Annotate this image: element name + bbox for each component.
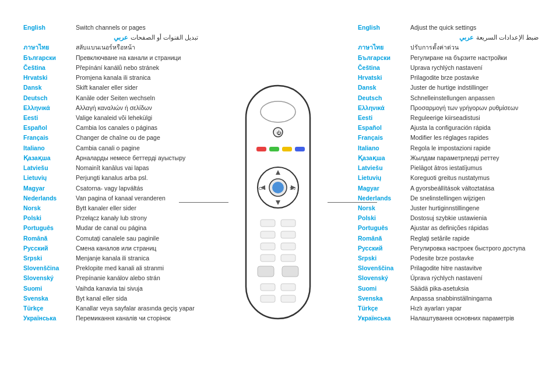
lang-entry: NederlandsDe snelinstellingen wijzigen <box>358 194 539 203</box>
lang-label: Українська <box>23 314 76 323</box>
lang-entry: DanskJuster de hurtige indstillinger <box>358 83 539 92</box>
lang-text: Valige kanaleid või lehekülgi <box>76 114 152 122</box>
lang-label: Русский <box>23 244 76 253</box>
lang-text-rtl: ضبط الإعدادات السريعة <box>476 33 539 42</box>
lang-entry: PortuguêsAjustar as definições rápidas <box>358 224 539 232</box>
svg-rect-26 <box>281 284 295 291</box>
lang-entry: SrpskiMenjanje kanala ili stranica <box>23 254 198 263</box>
lang-label: Română <box>358 234 410 243</box>
lang-text: Смена каналов или страниц <box>76 244 156 253</box>
lang-entry: عربيتبديل القنوات أو الصفحات <box>23 33 198 42</box>
lang-label: Slovenščina <box>358 264 410 273</box>
lang-entry: EnglishSwitch channels or pages <box>23 23 198 32</box>
lang-entry: ҚазақшаЖылдам параметрлерді реттеу <box>358 154 539 163</box>
lang-label: Čeština <box>358 63 410 72</box>
lang-text: Προσαρμογή των γρήγορων ρυθμίσεων <box>410 104 518 112</box>
lang-entry: DeutschKanäle oder Seiten wechseln <box>23 94 198 103</box>
lang-entry: SrpskiPodesite brze postavke <box>358 254 539 263</box>
svg-rect-21 <box>261 255 275 262</box>
lang-entry: БългарскиПревключване на канали и страни… <box>23 54 198 62</box>
lang-text: Podesite brze postavke <box>410 254 474 263</box>
lang-text: De snelinstellingen wijzigen <box>410 194 485 203</box>
lang-text: Αλλαγή καναλιών ή σελίδων <box>76 104 152 112</box>
lang-label: Português <box>358 224 410 232</box>
lang-text: Hızlı ayarları yapar <box>410 304 462 313</box>
remote-svg: CH- S/J <box>228 80 328 324</box>
lang-entry: SlovenskýÚprava rýchlych nastavení <box>358 274 539 282</box>
svg-rect-18 <box>281 231 295 238</box>
lang-text: Modifier les réglages rapides <box>410 133 488 142</box>
lang-entry: ภาษาไทยสลับแบนเนอร์หรือหน้า <box>23 43 198 52</box>
lang-entry: SlovenskýPrepínanie kanálov alebo strán <box>23 274 198 282</box>
lang-text: Uprava rychlých nastavení <box>410 63 483 72</box>
lang-text: Cambia canali o pagine <box>76 144 140 153</box>
lang-entry: РусскийСмена каналов или страниц <box>23 244 198 253</box>
lang-entry: ItalianoCambia canali o pagine <box>23 144 198 153</box>
lang-entry: RomânăComutați canalele sau paginile <box>23 234 198 243</box>
lang-label-rtl: عربي <box>459 33 474 42</box>
lang-entry: DeutschSchnelleinstellungen anpassen <box>358 94 539 103</box>
svg-rect-28 <box>281 295 295 302</box>
lang-entry: TürkçeHızlı ayarları yapar <box>358 304 539 313</box>
lang-text: Регулиране на бързите настройки <box>410 54 507 62</box>
lang-text: Prilagodite hitre nastavitve <box>410 264 482 273</box>
lang-label: Português <box>23 224 76 232</box>
lang-label: Italiano <box>23 144 76 153</box>
lang-label: Eesti <box>23 114 76 122</box>
lang-label: Svenska <box>23 294 76 303</box>
lang-text: Switch channels or pages <box>76 23 146 32</box>
lang-label: Español <box>23 123 76 132</box>
lang-entry: УкраїнськаПеремикання каналів чи сторіно… <box>23 314 198 323</box>
lang-entry: EestiValige kanaleid või lehekülgi <box>23 114 198 122</box>
lang-text: Schnelleinstellungen anpassen <box>410 94 495 103</box>
lang-entry: SlovenščinaPrilagodite hitre nastavitve <box>358 264 539 273</box>
lang-text: A gyorsbeállítások változtatása <box>410 184 494 193</box>
lang-text: Регулировка настроек быстрого доступа <box>410 244 525 253</box>
lang-label: Қазақша <box>358 154 410 163</box>
lang-text-rtl: تبديل القنوات أو الصفحات <box>131 33 198 42</box>
lang-text: Přepínání kanálů nebo stránek <box>76 63 159 72</box>
lang-text: Nomainīt kanālus vai lapas <box>76 164 149 172</box>
left-instructions: EnglishSwitch channels or pagesعربيتبديل… <box>12 23 198 380</box>
lang-label: Magyar <box>358 184 410 193</box>
lang-entry: SvenskaAnpassa snabbinställningarna <box>358 294 539 303</box>
lang-label: Polski <box>23 214 76 223</box>
lang-entry: SuomiVaihda kanavia tai sivuja <box>23 284 198 293</box>
lang-entry: ΕλληνικάΠροσαρμογή των γρήγορων ρυθμίσεω… <box>358 104 539 112</box>
lang-label: Suomi <box>358 284 410 293</box>
lang-label: Қазақша <box>23 154 76 163</box>
lang-label: Latviešu <box>23 164 76 172</box>
lang-label: Lietuvių <box>358 174 410 182</box>
lang-entry: DanskSkift kanaler eller sider <box>23 83 198 92</box>
lang-label: Norsk <box>23 204 76 213</box>
remote-container: CH- S/J <box>228 80 328 324</box>
lang-label: Slovenský <box>23 274 76 282</box>
lang-label: Deutsch <box>358 94 410 103</box>
lang-text: Налаштування основних параметрів <box>410 314 514 323</box>
lang-label: Svenska <box>358 294 410 303</box>
lang-text: Csatorna- vagy lapváltás <box>76 184 143 193</box>
lang-text: Perjungti kanalus arba psl. <box>76 174 148 182</box>
lang-label: Français <box>358 133 410 142</box>
lang-entry: NederlandsVan pagina of kanaal verandere… <box>23 194 198 203</box>
svg-rect-15 <box>261 220 275 227</box>
remote-image-section: CH- S/J <box>198 23 358 380</box>
lang-text: Changer de chaîne ou de page <box>76 133 160 142</box>
lang-entry: MagyarCsatorna- vagy lapváltás <box>23 184 198 193</box>
lang-entry: ҚазақшаАрналарды немесе беттерді ауыстыр… <box>23 154 198 163</box>
svg-rect-25 <box>261 284 275 291</box>
svg-rect-23 <box>258 266 274 277</box>
lang-label: Français <box>23 133 76 142</box>
lang-label-rtl: عربي <box>114 33 128 42</box>
lang-label: Türkçe <box>358 304 410 313</box>
lang-text: Anpassa snabbinställningarna <box>410 294 492 303</box>
lang-label: ภาษาไทย <box>358 43 410 52</box>
svg-rect-4 <box>282 147 292 151</box>
lang-entry: MagyarA gyorsbeállítások változtatása <box>358 184 539 193</box>
lang-label: Norsk <box>358 204 410 213</box>
lang-text: Promjena kanala ili stranica <box>76 73 150 82</box>
lang-text: Mudar de canal ou página <box>76 224 146 232</box>
lang-entry: EspañolAjusta la configuración rápida <box>358 123 539 132</box>
lang-text: Prilagodite brze postavke <box>410 73 479 82</box>
lang-text: Skift kanaler eller sider <box>76 83 138 92</box>
